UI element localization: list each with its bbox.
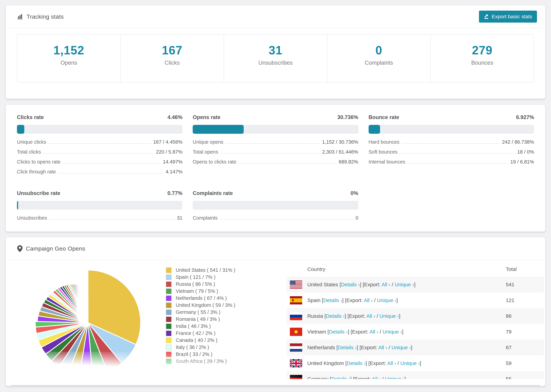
- dotted-leader: [49, 219, 175, 220]
- export-button-label: Export basic stats: [492, 14, 532, 20]
- summary-value: 167: [121, 43, 224, 57]
- legend-item: Netherlands ( 67 / 4% ): [166, 295, 235, 302]
- legend-item: Vietnam ( 79 / 5% ): [166, 288, 235, 295]
- legend-swatch: [166, 358, 172, 364]
- rate-row-label: Total clicks: [17, 149, 41, 155]
- export-unique-link[interactable]: Unique ›: [377, 297, 396, 303]
- rate-row: Unique clicks167 / 4.456%: [17, 139, 182, 149]
- summary-value: 279: [431, 43, 534, 57]
- slash-separator: /: [396, 360, 400, 366]
- legend-item: Brazil ( 33 / 2% ): [166, 351, 235, 358]
- rate-value: 30.736%: [337, 114, 358, 120]
- total-cell: 79: [506, 329, 511, 335]
- table-row: Vietnam [Details ›] [Export: All › / Uni…: [286, 324, 544, 340]
- summary-label: Complaints: [327, 60, 430, 66]
- rate-row: Click through rate4.147%: [17, 169, 182, 179]
- country-name: United Kingdom [: [307, 360, 347, 366]
- summary-cell: 279Bounces: [431, 35, 534, 82]
- export-unique-link[interactable]: Unique ›: [400, 360, 420, 366]
- legend-label: India ( 46 / 3% ): [176, 323, 211, 329]
- rate-rows: Hard bounces242 / 86.738%Soft bounces18 …: [369, 139, 534, 169]
- details-link[interactable]: Details ›: [329, 329, 348, 335]
- details-link[interactable]: Details ›: [326, 313, 345, 319]
- export-all-link[interactable]: All ›: [387, 360, 396, 366]
- rate-row-label: Unique clicks: [17, 139, 46, 145]
- legend-label: France ( 42 / 2% ): [176, 330, 215, 336]
- details-link[interactable]: Details ›: [347, 360, 366, 366]
- export-all-link[interactable]: All ›: [378, 345, 387, 350]
- total-column-header: Total: [506, 266, 517, 272]
- summary-label: Opens: [17, 60, 120, 66]
- summary-cell: 167Clicks: [121, 35, 224, 82]
- country-flag-de: [290, 375, 302, 379]
- dotted-leader: [402, 143, 500, 144]
- export-all-link[interactable]: All ›: [372, 376, 381, 379]
- summary-row: 1,152Opens167Clicks31Unsubscribes0Compla…: [17, 34, 534, 83]
- export-all-link[interactable]: All ›: [364, 297, 373, 303]
- legend-item: Germany ( 55 / 3% ): [166, 309, 235, 316]
- table-row: United Kingdom [Details ›] [Export: All …: [286, 355, 544, 371]
- rate-row: Unsubscribes31: [17, 215, 182, 225]
- country-cell: United Kingdom [Details ›] [Export: All …: [307, 360, 421, 366]
- legend-swatch: [166, 288, 172, 294]
- rate-row: Complaints0: [193, 215, 358, 225]
- total-cell: 55: [506, 376, 511, 379]
- summary-cell: 31Unsubscribes: [224, 35, 327, 82]
- table-row: United States [Details ›] [Export: All ›…: [286, 277, 544, 293]
- rate-rows: Unique clicks167 / 4.456%Total clicks220…: [17, 139, 182, 179]
- legend-label: United States ( 541 / 31% ): [176, 267, 235, 273]
- rates-card: Clicks rate4.46%Unique clicks167 / 4.456…: [6, 104, 545, 232]
- geo-title: Campaign Geo Opens: [26, 245, 85, 252]
- country-cell: Spain [Details ›] [Export: All › / Uniqu…: [307, 297, 398, 303]
- rate-head: Clicks rate4.46%: [17, 114, 182, 120]
- table-row: Spain [Details ›] [Export: All › / Uniqu…: [286, 293, 544, 308]
- tracking-stats-card: Tracking stats Export basic stats 1,152O…: [6, 5, 545, 99]
- export-all-link[interactable]: All ›: [366, 313, 375, 319]
- legend-item: Canada ( 40 / 2% ): [166, 337, 235, 344]
- country-name: Russia [: [307, 313, 326, 319]
- details-link[interactable]: Details ›: [341, 282, 360, 287]
- legend-label: Italy ( 36 / 2% ): [176, 344, 209, 350]
- details-link[interactable]: Details ›: [331, 376, 350, 379]
- progress-fill: [193, 125, 243, 134]
- legend-swatch: [166, 351, 172, 357]
- export-prefix: ] [Export:: [348, 329, 369, 335]
- export-unique-link[interactable]: Unique ›: [395, 282, 414, 287]
- details-link[interactable]: Details ›: [338, 345, 357, 350]
- legend-item: Italy ( 36 / 2% ): [166, 344, 235, 351]
- slash-separator: /: [373, 297, 377, 303]
- slash-separator: /: [375, 313, 380, 319]
- export-unique-link[interactable]: Unique ›: [383, 329, 402, 335]
- export-all-link[interactable]: All ›: [381, 282, 390, 287]
- rate-head: Unsubscribe rate0.77%: [17, 190, 182, 196]
- legend-item: United States ( 541 / 31% ): [166, 267, 235, 274]
- rate-card: Clicks rate4.46%Unique clicks167 / 4.456…: [17, 114, 182, 179]
- details-link[interactable]: Details ›: [323, 297, 342, 303]
- export-unique-link[interactable]: Unique ›: [391, 345, 411, 350]
- legend-swatch: [166, 316, 172, 322]
- country-name: Spain [: [307, 297, 323, 303]
- rate-rows: Complaints0: [193, 215, 358, 225]
- legend-label: Romania ( 49 / 3% ): [176, 316, 220, 322]
- legend-swatch: [166, 295, 172, 301]
- rate-row-value: 689.82%: [339, 159, 358, 165]
- export-basic-stats-button[interactable]: Export basic stats: [479, 11, 537, 23]
- dotted-leader: [238, 163, 337, 163]
- legend-swatch: [166, 330, 172, 336]
- rate-title: Opens rate: [193, 114, 220, 120]
- summary-label: Unsubscribes: [224, 60, 327, 66]
- summary-label: Clicks: [121, 60, 224, 66]
- country-flag-vn: [290, 328, 302, 336]
- progress-track: [193, 125, 358, 134]
- export-unique-link[interactable]: Unique ›: [385, 376, 404, 379]
- legend-label: Netherlands ( 67 / 4% ): [176, 295, 227, 301]
- export-all-link[interactable]: All ›: [369, 329, 378, 335]
- rate-row-label: Unique opens: [193, 139, 223, 145]
- export-unique-link[interactable]: Unique ›: [380, 313, 399, 319]
- export-prefix: ] [Export:: [357, 345, 378, 350]
- rate-title: Unsubscribe rate: [17, 190, 60, 196]
- card-bottom-edge: [11, 385, 540, 386]
- legend-item: India ( 46 / 3% ): [166, 323, 235, 330]
- dotted-leader: [63, 163, 161, 163]
- legend-label: Canada ( 40 / 2% ): [176, 337, 217, 343]
